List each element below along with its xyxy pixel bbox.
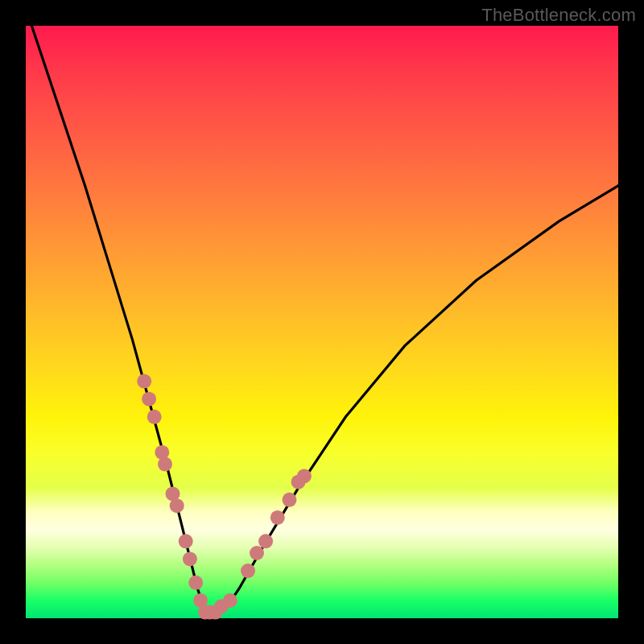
data-dot (137, 374, 151, 389)
data-dot (147, 410, 162, 424)
data-dot (170, 498, 184, 513)
data-dot (250, 546, 264, 560)
data-dot (297, 469, 312, 483)
plot-area (26, 26, 618, 618)
data-dot (179, 534, 193, 548)
data-dot (270, 510, 285, 525)
data-dot (283, 493, 297, 507)
data-dot (142, 392, 156, 407)
bottleneck-curve (31, 26, 618, 613)
data-dot (241, 564, 255, 578)
data-dot (258, 534, 273, 548)
data-dot (223, 593, 237, 608)
data-dot (158, 457, 172, 472)
dots-left-group (137, 374, 217, 620)
chart-frame: TheBottleneck.com (0, 0, 644, 644)
watermark-label: TheBottleneck.com (481, 5, 636, 26)
data-dot (183, 551, 197, 566)
data-dot (188, 576, 203, 590)
chart-svg (26, 26, 618, 618)
